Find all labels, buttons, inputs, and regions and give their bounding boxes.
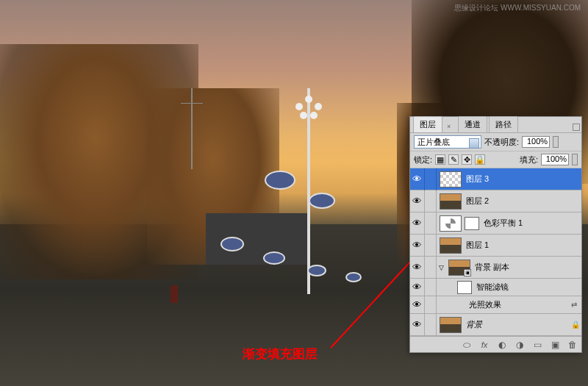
- layer-name[interactable]: 图层 1: [465, 240, 581, 251]
- visibility-toggle[interactable]: 👁: [410, 190, 425, 212]
- fill-input[interactable]: 100%: [541, 154, 569, 165]
- visibility-toggle[interactable]: 👁: [410, 212, 425, 235]
- layer-name[interactable]: 图层 2: [465, 196, 581, 207]
- layer-row[interactable]: 👁 色彩平衡 1: [410, 212, 581, 235]
- layer-thumb[interactable]: [440, 317, 462, 333]
- layer-name[interactable]: 色彩平衡 1: [482, 218, 581, 229]
- visibility-toggle[interactable]: 👁: [410, 294, 425, 316]
- layer-thumb[interactable]: ▣: [448, 260, 470, 276]
- panel-tabs: 图层 × 通道 路径: [410, 117, 581, 133]
- fx-icon[interactable]: fx: [478, 339, 490, 351]
- adjustment-layer-icon[interactable]: ◑: [514, 339, 526, 351]
- filter-options-icon[interactable]: ⇄: [571, 301, 581, 309]
- layer-name[interactable]: 背景 副本: [473, 262, 581, 273]
- lock-label: 锁定:: [414, 154, 432, 165]
- layer-row[interactable]: 👁 图层 3: [410, 168, 581, 190]
- pedestrian: [171, 285, 178, 303]
- visibility-toggle[interactable]: 👁: [410, 168, 425, 190]
- smart-filter-label[interactable]: 智能滤镜: [475, 282, 581, 293]
- visibility-toggle[interactable]: 👁: [410, 257, 425, 279]
- opacity-stepper[interactable]: [553, 136, 559, 148]
- lock-transparency-icon[interactable]: ▦: [435, 154, 445, 165]
- group-icon[interactable]: ▭: [531, 339, 543, 351]
- lock-position-icon[interactable]: ✥: [462, 154, 472, 165]
- blend-row: 正片叠底 不透明度: 100%: [410, 133, 581, 151]
- blend-mode-select[interactable]: 正片叠底: [414, 135, 481, 149]
- layers-panel: 图层 × 通道 路径 正片叠底 不透明度: 100% 锁定: ▦ ✎ ✥ 🔒 填…: [409, 116, 582, 353]
- layer-name[interactable]: 背景: [465, 319, 571, 330]
- fill-label: 填充:: [520, 154, 538, 165]
- expand-toggle[interactable]: ▽: [437, 264, 445, 271]
- layer-thumb[interactable]: [440, 237, 462, 254]
- tab-paths[interactable]: 路径: [489, 116, 518, 132]
- link-layers-icon[interactable]: ⬭: [461, 339, 473, 351]
- street-signs: [220, 171, 412, 303]
- opacity-label: 不透明度:: [484, 137, 519, 148]
- add-mask-icon[interactable]: ◐: [496, 339, 508, 351]
- smart-badge-icon: ▣: [464, 269, 471, 276]
- filter-row[interactable]: 👁 光照效果 ⇄: [410, 296, 581, 314]
- fill-stepper[interactable]: [572, 154, 578, 165]
- layer-row[interactable]: 👁 图层 2: [410, 190, 581, 212]
- delete-layer-icon[interactable]: 🗑: [567, 339, 578, 351]
- opacity-input[interactable]: 100%: [522, 136, 550, 148]
- layer-row[interactable]: 👁 ▽ ▣ 背景 副本: [410, 257, 581, 279]
- blend-mode-value: 正片叠底: [417, 137, 450, 148]
- layer-row[interactable]: 👁 图层 1: [410, 235, 581, 257]
- panel-footer: ⬭ fx ◐ ◑ ▭ ▣ 🗑: [410, 336, 581, 352]
- visibility-toggle[interactable]: 👁: [410, 235, 425, 257]
- adjustment-thumb[interactable]: [440, 215, 462, 232]
- layer-name[interactable]: 图层 3: [465, 174, 581, 185]
- watermark: 思缘设计论坛 WWW.MISSYUAN.COM: [454, 3, 581, 13]
- filter-mask[interactable]: [457, 281, 472, 294]
- tower: [191, 88, 193, 169]
- lock-pixels-icon[interactable]: ✎: [448, 154, 459, 165]
- tab-layers[interactable]: 图层: [413, 116, 442, 132]
- lock-icon: 🔒: [571, 321, 581, 329]
- annotation-text: 渐变填充图层: [243, 346, 318, 362]
- panel-menu-icon[interactable]: [573, 124, 580, 131]
- layer-thumb[interactable]: [440, 193, 462, 210]
- lock-all-icon[interactable]: 🔒: [475, 154, 485, 165]
- layer-row[interactable]: 👁 背景 🔒: [410, 314, 581, 336]
- filter-name[interactable]: 光照效果: [467, 299, 571, 310]
- layer-thumb[interactable]: [440, 171, 462, 187]
- lamp-head: [294, 96, 323, 125]
- layer-mask[interactable]: [465, 217, 479, 230]
- lock-row: 锁定: ▦ ✎ ✥ 🔒 填充: 100%: [410, 151, 581, 168]
- tab-close-icon[interactable]: ×: [441, 121, 456, 132]
- visibility-toggle[interactable]: 👁: [410, 314, 425, 336]
- new-layer-icon[interactable]: ▣: [549, 339, 561, 351]
- layer-list: 👁 图层 3 👁 图层 2 👁 色彩平衡 1 👁 图层 1 👁 ▽ ▣ 背景 副…: [410, 168, 581, 336]
- tab-channels[interactable]: 通道: [458, 116, 487, 132]
